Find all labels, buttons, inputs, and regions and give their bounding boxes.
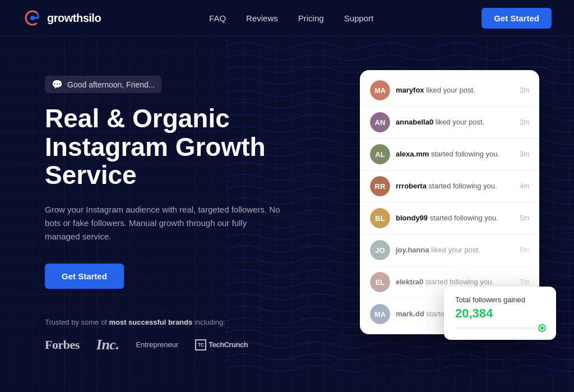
notif-username: rrroberta xyxy=(396,182,427,190)
brand-entrepreneur: Entrepreneur xyxy=(136,340,178,349)
trusted-text: Trusted by some of most successful brand… xyxy=(45,318,336,326)
avatar-circle: MA xyxy=(370,304,390,324)
greeting-icon: 💬 xyxy=(52,79,63,90)
hero-subtitle: Grow your Instagram audience with real, … xyxy=(45,203,280,243)
notif-avatar: AL xyxy=(370,144,390,164)
nav-pricing[interactable]: Pricing xyxy=(298,13,324,23)
notif-text: blondy99 started following you. xyxy=(396,214,514,223)
notif-text: maryfox liked your post. xyxy=(396,86,514,95)
notif-avatar: RR xyxy=(370,176,390,196)
notification-item: AL alexa.mm started following you. 3m xyxy=(360,139,539,170)
notif-avatar: AN xyxy=(370,112,390,132)
notif-avatar: JO xyxy=(370,240,390,260)
avatar-circle: JO xyxy=(370,240,390,260)
notif-action: started following you. xyxy=(431,150,499,158)
graph-dot xyxy=(539,325,545,331)
notif-avatar: EL xyxy=(370,272,390,292)
nav-links: FAQ Reviews Pricing Support xyxy=(209,13,373,23)
brand-logos: Forbes Inc. Entrepreneur TC TechCrunch xyxy=(45,336,336,353)
notif-username: blondy99 xyxy=(396,214,428,222)
brand-forbes: Forbes xyxy=(45,338,80,352)
notif-time: 2m xyxy=(520,86,529,94)
hero-title: Real & Organic Instagram Growth Service xyxy=(45,104,314,190)
notif-username: joy.hanna xyxy=(396,246,429,254)
nav-get-started-button[interactable]: Get Started xyxy=(482,8,552,29)
notif-avatar: MA xyxy=(370,304,390,324)
notification-item: JO joy.hanna liked your post. 6m xyxy=(360,234,539,266)
nav-support[interactable]: Support xyxy=(344,13,374,23)
notif-action: liked your post. xyxy=(426,86,475,94)
nav-faq[interactable]: FAQ xyxy=(209,13,226,23)
notif-action: liked your post. xyxy=(436,118,484,126)
avatar-circle: RR xyxy=(370,176,390,196)
avatar-circle: AL xyxy=(370,144,390,164)
notification-item: MA maryfox liked your post. 2m xyxy=(360,75,539,107)
notification-item: AN annabella0 liked your post. 2m xyxy=(360,107,539,139)
logo-icon xyxy=(22,8,43,28)
hero-section: 💬 Good afternoon, Friend... Real & Organ… xyxy=(45,70,336,353)
hero-get-started-button[interactable]: Get Started xyxy=(45,264,124,289)
avatar-circle: MA xyxy=(370,80,390,100)
svg-point-1 xyxy=(30,16,35,20)
trusted-highlight: most successful brands xyxy=(109,318,192,326)
notif-action: started following you. xyxy=(430,214,498,222)
notification-item: BL blondy99 started following you. 5m xyxy=(360,202,539,234)
nav-reviews[interactable]: Reviews xyxy=(246,13,278,23)
notif-text: annabella0 liked your post. xyxy=(396,118,514,127)
navbar: growthsilo FAQ Reviews Pricing Support G… xyxy=(0,0,574,36)
social-proof-section: MA maryfox liked your post. 2m AN annabe… xyxy=(348,70,552,334)
greeting-text: Good afternoon, Friend... xyxy=(67,80,155,89)
notif-username: alexa.mm xyxy=(396,150,429,158)
notif-action: liked your post. xyxy=(431,246,480,254)
followers-popup-title: Total followers gained xyxy=(455,296,545,304)
notif-time: 3m xyxy=(520,150,529,158)
notif-time: 6m xyxy=(520,246,529,254)
notif-action: started following you. xyxy=(425,278,494,286)
main-content: 💬 Good afternoon, Friend... Real & Organ… xyxy=(0,36,574,392)
notif-text: rrroberta started following you. xyxy=(396,182,514,191)
followers-popup-count: 20,384 xyxy=(455,306,545,321)
notif-text: alexa.mm started following you. xyxy=(396,150,514,159)
logo-text: growthsilo xyxy=(47,12,101,25)
avatar-circle: AN xyxy=(370,112,390,132)
notif-username: mark.dd xyxy=(396,310,424,318)
greeting-badge: 💬 Good afternoon, Friend... xyxy=(45,76,161,93)
notif-time: 4m xyxy=(520,182,529,190)
brand-techcrunch: TC TechCrunch xyxy=(195,339,248,351)
techcrunch-icon: TC xyxy=(195,339,206,351)
notification-item: RR rrroberta started following you. 4m xyxy=(360,170,539,202)
notif-time: 7m xyxy=(520,278,529,286)
graph-line xyxy=(455,328,536,329)
notif-avatar: BL xyxy=(370,208,390,228)
notif-username: elektra0 xyxy=(396,278,423,286)
notif-action: started following you. xyxy=(429,182,497,190)
followers-popup: Total followers gained 20,384 xyxy=(444,287,556,340)
brand-inc: Inc. xyxy=(96,336,119,353)
notif-username: annabella0 xyxy=(396,118,433,126)
followers-graph xyxy=(455,325,545,331)
notif-text: joy.hanna liked your post. xyxy=(396,246,514,255)
avatar-circle: EL xyxy=(370,272,390,292)
logo[interactable]: growthsilo xyxy=(22,8,101,28)
notif-time: 2m xyxy=(520,118,529,126)
notif-text: elektra0 started following you. xyxy=(396,278,514,287)
notif-time: 5m xyxy=(520,214,529,222)
notif-username: maryfox xyxy=(396,86,424,94)
notif-avatar: MA xyxy=(370,80,390,100)
avatar-circle: BL xyxy=(370,208,390,228)
